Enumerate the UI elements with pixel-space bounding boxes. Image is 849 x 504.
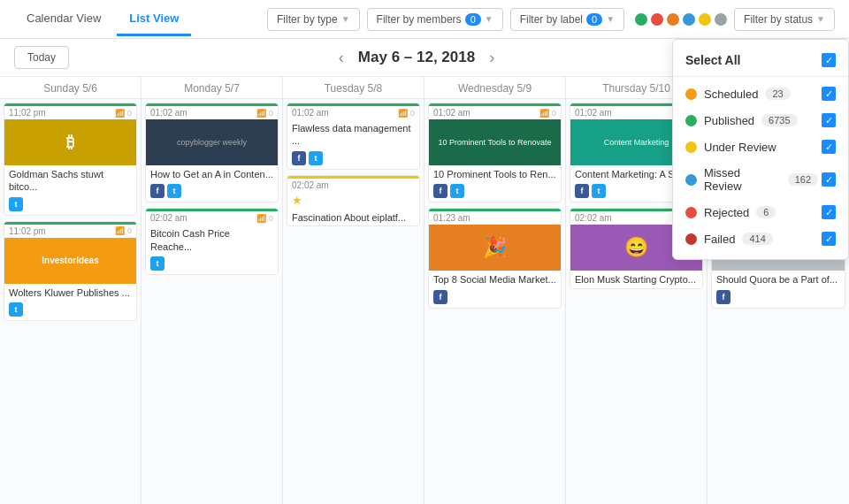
card-text: Bitcoin Cash Price Reache...: [146, 225, 278, 255]
dot-green: [635, 13, 647, 26]
day-header-sunday: Sunday 5/6: [0, 77, 141, 99]
select-all-row[interactable]: Select All ✓: [673, 47, 848, 77]
post-card[interactable]: 02:02 am 📶 0 Bitcoin Cash Price Reache..…: [145, 208, 279, 275]
under-review-checkbox[interactable]: ✓: [822, 140, 836, 154]
card-time: 01:23 am: [429, 211, 561, 225]
chevron-down-icon: ▼: [485, 14, 493, 24]
status-item-missed-review[interactable]: Missed Review 162 ✓: [673, 160, 848, 199]
calendar-title: May 6 – 12, 2018: [358, 49, 475, 66]
card-icons: f: [712, 288, 845, 308]
facebook-icon: f: [433, 184, 447, 198]
rejected-label: Rejected: [704, 206, 749, 219]
rejected-count: 6: [756, 206, 776, 218]
post-card[interactable]: 01:02 am 📶 0 Flawless data management ..…: [287, 103, 420, 170]
card-time: 01:02 am 📶 0: [287, 106, 419, 119]
card-text: Should Quora be a Part of...: [712, 271, 845, 287]
card-time: 02:02 am 📶 0: [146, 211, 278, 225]
twitter-icon: t: [150, 256, 164, 271]
post-card[interactable]: 01:02 am 📶 0 copyblogger weekly How to G…: [145, 103, 279, 202]
select-all-checkbox[interactable]: ✓: [822, 53, 836, 67]
card-icons: f t: [146, 182, 278, 202]
missed-review-count: 162: [788, 173, 818, 186]
card-image: ₿: [4, 119, 136, 165]
day-header-wednesday: Wednesday 5/9: [424, 77, 565, 99]
under-review-label: Under Review: [704, 141, 776, 154]
card-image: InvestorIdeas: [4, 238, 136, 284]
failed-label: Failed: [704, 233, 735, 246]
twitter-icon: t: [309, 151, 323, 165]
post-card[interactable]: 11:02 pm 📶 0 ₿ Goldman Sachs stuwt bitco…: [4, 103, 137, 216]
scheduled-count: 23: [765, 88, 790, 100]
day-col-monday: Monday 5/7 01:02 am 📶 0 copyblogger week…: [142, 77, 283, 504]
twitter-icon: t: [450, 184, 464, 198]
failed-dot: [685, 233, 697, 245]
card-time: 11:02 pm 📶 0: [4, 106, 136, 119]
post-card[interactable]: 01:02 am 📶 0 10 Prominent Tools to Renov…: [428, 103, 562, 202]
post-card[interactable]: 01:23 am 🎉 Top 8 Social Media Market... …: [428, 208, 562, 308]
filter-label-button[interactable]: Filter by label 0 ▼: [510, 8, 624, 31]
failed-count: 414: [742, 233, 772, 245]
status-item-failed[interactable]: Failed 414 ✓: [673, 225, 848, 252]
published-dot: [685, 115, 697, 126]
tab-calendar-view[interactable]: Calendar View: [14, 3, 113, 36]
chevron-down-icon: ▼: [816, 14, 825, 24]
card-text: Goldman Sachs stuwt bitco...: [4, 165, 136, 195]
card-time: 02:02 am: [287, 179, 419, 192]
twitter-icon: t: [9, 302, 23, 317]
prev-arrow[interactable]: ‹: [332, 49, 351, 67]
card-icons: t: [146, 255, 278, 274]
facebook-icon: f: [433, 290, 447, 304]
card-image: 10 Prominent Tools to Renovate: [429, 119, 561, 165]
twitter-icon: t: [9, 197, 23, 211]
status-item-under-review[interactable]: Under Review ✓: [673, 134, 848, 160]
filter-status-button[interactable]: Filter by status ▼: [734, 8, 835, 31]
twitter-icon: t: [167, 184, 181, 198]
page-wrapper: Calendar View List View Filter by type ▼…: [0, 0, 849, 504]
scheduled-checkbox[interactable]: ✓: [822, 87, 836, 101]
missed-review-checkbox[interactable]: ✓: [822, 172, 836, 187]
published-checkbox[interactable]: ✓: [822, 113, 836, 127]
today-button[interactable]: Today: [14, 46, 69, 69]
top-nav: Calendar View List View Filter by type ▼…: [0, 0, 849, 39]
card-text: How to Get an A in Conten...: [146, 165, 278, 182]
dot-red: [651, 13, 663, 26]
scheduled-label: Scheduled: [704, 88, 758, 101]
card-icons: t: [4, 301, 136, 320]
dot-orange: [667, 13, 679, 26]
card-text: 10 Prominent Tools to Ren...: [429, 165, 561, 182]
rejected-checkbox[interactable]: ✓: [822, 205, 836, 219]
card-image: copyblogger weekly: [146, 119, 278, 165]
facebook-icon: f: [292, 151, 306, 165]
members-count-badge: 0: [465, 13, 481, 26]
status-item-rejected[interactable]: Rejected 6 ✓: [673, 199, 848, 225]
filters-bar: Filter by type ▼ Filter by members 0 ▼ F…: [267, 8, 835, 31]
facebook-icon: f: [150, 184, 164, 198]
status-item-published[interactable]: Published 6735 ✓: [673, 107, 848, 134]
card-text: Fascination About eiplatf...: [287, 209, 419, 225]
post-card[interactable]: 11:02 pm 📶 0 InvestorIdeas Wolters Kluwe…: [4, 221, 137, 321]
facebook-icon: f: [716, 290, 730, 304]
missed-review-label: Missed Review: [704, 166, 781, 193]
status-item-scheduled[interactable]: Scheduled 23 ✓: [673, 80, 848, 107]
status-dropdown: Select All ✓ Scheduled 23 ✓ Published 67…: [672, 39, 849, 260]
card-text: Elon Musk Starting Crypto...: [570, 271, 702, 287]
day-col-sunday: Sunday 5/6 11:02 pm 📶 0 ₿ Goldman Sachs …: [0, 77, 142, 504]
post-card[interactable]: 02:02 am ★ Fascination About eiplatf...: [287, 175, 420, 226]
card-icons: f t: [429, 182, 561, 202]
card-time: 11:02 pm 📶 0: [4, 225, 136, 238]
label-count-badge: 0: [586, 13, 602, 26]
tab-list-view[interactable]: List View: [117, 3, 191, 36]
dot-gray: [715, 13, 727, 26]
card-image: 🎉: [429, 225, 561, 271]
failed-checkbox[interactable]: ✓: [822, 232, 836, 246]
filter-members-button[interactable]: Filter by members 0 ▼: [367, 8, 503, 31]
filter-type-button[interactable]: Filter by type ▼: [267, 8, 360, 31]
card-text: Flawless data management ...: [287, 119, 419, 149]
day-header-tuesday: Tuesday 5/8: [283, 77, 424, 99]
day-content-wednesday: 01:02 am 📶 0 10 Prominent Tools to Renov…: [424, 99, 565, 504]
next-arrow[interactable]: ›: [482, 49, 501, 67]
dot-blue: [683, 13, 695, 26]
chevron-down-icon: ▼: [341, 14, 350, 24]
card-text: Wolters Kluwer Publishes ...: [4, 284, 136, 301]
day-header-monday: Monday 5/7: [142, 77, 282, 99]
